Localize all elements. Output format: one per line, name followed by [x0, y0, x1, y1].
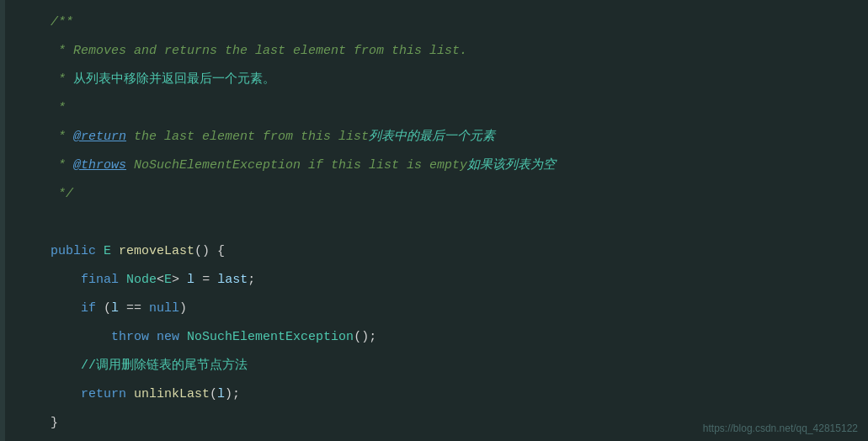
- watermark: https://blog.csdn.net/qq_42815122: [703, 422, 858, 434]
- code-line-6: * @throws NoSuchElementException if this…: [0, 151, 868, 180]
- code-final: final Node<E> l = last;: [51, 266, 255, 295]
- code-if: if (l == null): [51, 295, 187, 323]
- comment-line-2: * Removes and returns the last element f…: [51, 37, 467, 66]
- method-signature: public E removeLast() {: [51, 237, 225, 266]
- comment-line-4: *: [51, 94, 66, 123]
- closing-brace: }: [51, 409, 58, 438]
- code-line-8: [0, 209, 868, 237]
- code-line-5: * @return the last element from this lis…: [0, 123, 868, 151]
- comment-line-5: * @return the last element from this lis…: [51, 123, 495, 151]
- code-line-2: * Removes and returns the last element f…: [0, 37, 868, 66]
- code-line-14: return unlinkLast(l);: [0, 380, 868, 409]
- code-line-11: if (l == null): [0, 295, 868, 323]
- code-line-9: public E removeLast() {: [0, 237, 868, 266]
- inline-comment: //调用删除链表的尾节点方法: [51, 352, 248, 380]
- comment-close: */: [51, 180, 73, 209]
- code-line-1: /**: [0, 8, 868, 37]
- comment-line-3: * 从列表中移除并返回最后一个元素。: [51, 66, 275, 94]
- code-throw: throw new NoSuchElementException();: [51, 323, 376, 352]
- code-line-4: *: [0, 94, 868, 123]
- code-line-10: final Node<E> l = last;: [0, 266, 868, 295]
- code-line-13: //调用删除链表的尾节点方法: [0, 352, 868, 380]
- code-line-7: */: [0, 180, 868, 209]
- comment-line-6: * @throws NoSuchElementException if this…: [51, 151, 556, 180]
- code-line-3: * 从列表中移除并返回最后一个元素。: [0, 66, 868, 94]
- code-line-12: throw new NoSuchElementException();: [0, 323, 868, 352]
- code-editor: /** * Removes and returns the last eleme…: [0, 0, 868, 441]
- empty-line: [51, 209, 58, 237]
- code-return: return unlinkLast(l);: [51, 380, 240, 409]
- comment-open: /**: [51, 8, 73, 37]
